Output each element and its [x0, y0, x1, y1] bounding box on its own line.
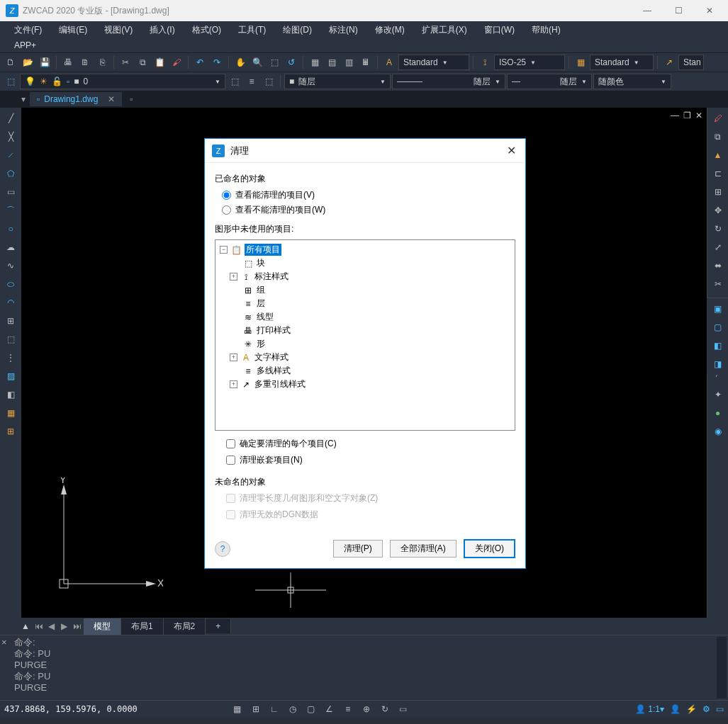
calc-icon[interactable]: 🖩: [358, 55, 374, 70]
array-icon[interactable]: ⊞: [710, 184, 726, 200]
hatch-icon[interactable]: ▨: [3, 368, 18, 384]
expand-icon[interactable]: +: [230, 353, 237, 361]
dimstyle-dropdown[interactable]: ISO-25▼: [494, 55, 565, 70]
dyn-icon[interactable]: ⊕: [359, 701, 374, 717]
close-button[interactable]: ✕: [702, 4, 717, 18]
undo-icon[interactable]: ↶: [192, 55, 208, 70]
explode-icon[interactable]: ✦: [710, 387, 726, 402]
radio-purgeable-input[interactable]: [222, 191, 231, 200]
annovis-icon[interactable]: 👤: [670, 704, 681, 714]
purge-tree[interactable]: − 📋 所有项目 ⬚块 +⟟标注样式 ⊞组 ≡层 ≋线型 🖶打印样式 ✳形 +A…: [215, 239, 515, 431]
stretch-icon[interactable]: ⬌: [710, 258, 726, 273]
region-icon[interactable]: ▦: [3, 405, 18, 421]
tab-model[interactable]: 模型: [84, 618, 121, 635]
tree-item[interactable]: ⊞组: [242, 283, 510, 297]
tree-item[interactable]: 🖶打印样式: [242, 324, 510, 337]
menu-format[interactable]: 格式(O): [184, 21, 230, 39]
cmd-input-line[interactable]: PURGE: [14, 682, 724, 694]
cycle-icon[interactable]: ↻: [377, 701, 393, 717]
cmd-scrollbar[interactable]: [717, 637, 727, 698]
tab-layout2[interactable]: 布局2: [164, 618, 206, 635]
tab-layout1[interactable]: 布局1: [121, 618, 164, 635]
clean-screen-icon[interactable]: ▭: [716, 704, 724, 714]
polar-icon[interactable]: ◷: [285, 701, 301, 717]
annoscale-icon[interactable]: 👤 1:1▾: [635, 704, 664, 714]
make-block-icon[interactable]: ⬚: [3, 332, 18, 347]
maximize-button[interactable]: ☐: [671, 4, 685, 18]
properties-icon[interactable]: ▦: [307, 55, 323, 70]
lwt-icon[interactable]: ≡: [340, 701, 356, 717]
layer-match-icon[interactable]: ⬚: [261, 74, 276, 89]
linetype-dropdown[interactable]: ———随层▼: [392, 74, 505, 89]
gradient-icon[interactable]: ◧: [3, 387, 18, 402]
scale-icon[interactable]: ⤢: [710, 239, 726, 255]
textstyle-dropdown[interactable]: Standard▼: [398, 55, 469, 70]
dimstyle-icon[interactable]: ⟟: [477, 55, 493, 70]
print-preview-icon[interactable]: 🗎: [77, 55, 93, 70]
tablestyle-dropdown[interactable]: Standard▼: [590, 55, 654, 70]
inner-minimize-icon[interactable]: —: [671, 111, 679, 120]
expand-icon[interactable]: −: [220, 246, 228, 254]
zoom-icon[interactable]: 🔍: [250, 55, 265, 70]
otrack-icon[interactable]: ∠: [322, 701, 337, 717]
minimize-button[interactable]: —: [640, 4, 654, 18]
radio-nonpurgeable-input[interactable]: [222, 205, 231, 215]
check-confirm[interactable]: 确定要清理的每个项目(C): [226, 438, 515, 450]
menu-appplus[interactable]: APP+: [6, 39, 722, 52]
close-tab-icon[interactable]: ✕: [108, 94, 115, 104]
menu-insert[interactable]: 插入(I): [141, 21, 183, 39]
purge-button[interactable]: 清理(P): [333, 540, 383, 558]
send-back-icon[interactable]: ▢: [710, 319, 725, 335]
tab-add[interactable]: +: [206, 619, 231, 633]
layer-manager-icon[interactable]: ⬚: [3, 74, 18, 89]
tree-item[interactable]: +↗多重引线样式: [242, 378, 510, 391]
layer-states-icon[interactable]: ≡: [244, 74, 259, 89]
check-confirm-input[interactable]: [226, 439, 235, 448]
bring-front-icon[interactable]: ▣: [710, 301, 725, 317]
tree-item[interactable]: ✳形: [242, 337, 510, 351]
grid-icon[interactable]: ⊞: [248, 701, 264, 717]
tab-first-icon[interactable]: ⏮: [33, 621, 45, 631]
table-icon[interactable]: ⊞: [3, 424, 18, 439]
pan-icon[interactable]: ✋: [233, 55, 248, 70]
expand-icon[interactable]: +: [230, 273, 237, 281]
tree-item[interactable]: ⬚块: [242, 256, 510, 270]
menu-draw[interactable]: 绘图(D): [274, 21, 320, 39]
ellipse-arc-icon[interactable]: ◠: [3, 295, 18, 310]
check-nested-input[interactable]: [226, 456, 235, 465]
spline-icon[interactable]: ∿: [3, 258, 18, 273]
new-tab-icon[interactable]: ▫: [123, 91, 139, 107]
tab-last-icon[interactable]: ⏭: [71, 621, 84, 631]
send-under-icon[interactable]: ◨: [710, 356, 725, 372]
move-icon[interactable]: ✥: [710, 203, 726, 218]
purge-all-button[interactable]: 全部清理(A): [390, 540, 457, 558]
offset-icon[interactable]: ⊏: [710, 166, 726, 181]
workspace-icon[interactable]: ⚙: [702, 704, 710, 714]
new-icon[interactable]: 🗋: [3, 55, 18, 70]
copy-icon[interactable]: ⧉: [135, 55, 150, 70]
cut-icon[interactable]: ✂: [118, 55, 133, 70]
menu-dim[interactable]: 标注(N): [320, 21, 366, 39]
bring-above-icon[interactable]: ◧: [710, 338, 725, 353]
zoom-previous-icon[interactable]: ↺: [284, 55, 299, 70]
menu-modify[interactable]: 修改(M): [366, 21, 413, 39]
rotate-icon[interactable]: ↻: [710, 221, 726, 237]
model-icon[interactable]: ▭: [396, 701, 411, 717]
menu-tools[interactable]: 工具(T): [230, 21, 274, 39]
tree-item[interactable]: ≋线型: [242, 310, 510, 324]
design-center-icon[interactable]: ▤: [324, 55, 340, 70]
copy-obj-icon[interactable]: ⧉: [710, 129, 726, 145]
polygon-icon[interactable]: ⬠: [3, 166, 18, 181]
textstyle-icon[interactable]: A: [381, 55, 397, 70]
xline-icon[interactable]: ╳: [3, 129, 18, 145]
tool-palettes-icon[interactable]: ▥: [341, 55, 357, 70]
ortho-icon[interactable]: ∟: [267, 701, 282, 717]
check-nested[interactable]: 清理嵌套项目(N): [226, 454, 515, 466]
revcloud-icon[interactable]: ☁: [3, 239, 18, 255]
rectangle-icon[interactable]: ▭: [3, 184, 18, 200]
tree-item[interactable]: ≡层: [242, 297, 510, 310]
polyline-icon[interactable]: ⟋: [3, 147, 18, 163]
color-dropdown[interactable]: ■随层▼: [284, 74, 391, 89]
tab-next-icon[interactable]: ▶: [58, 621, 71, 631]
line-icon[interactable]: ╱: [3, 111, 18, 126]
